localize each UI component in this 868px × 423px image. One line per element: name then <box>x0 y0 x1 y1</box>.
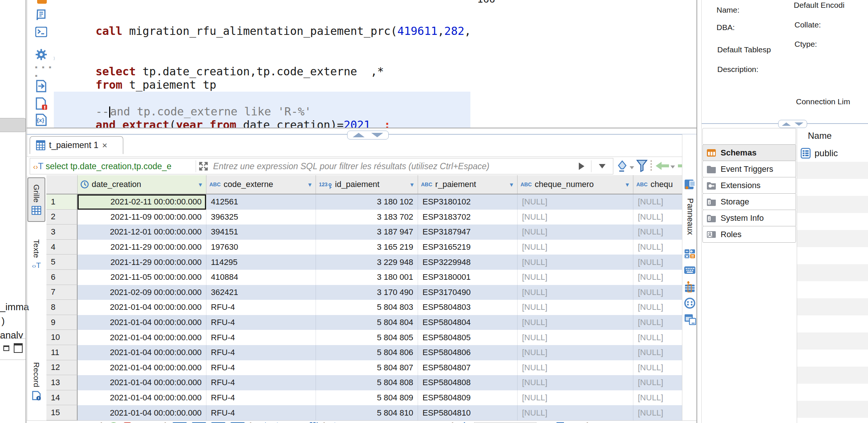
cell-code-externe[interactable]: 396325 <box>206 210 316 225</box>
column-filter-icon[interactable]: ▼ <box>409 181 415 188</box>
cell-date-creation[interactable]: 2021-01-04 00:00:00.000 <box>78 360 206 376</box>
cell-cheque-numero[interactable]: [NULL] <box>518 345 633 360</box>
cell-r-paiement[interactable]: ESP5804810 <box>418 405 518 420</box>
cell-cheque-numero[interactable]: [NULL] <box>518 375 633 390</box>
cell-date-creation[interactable]: 2021-01-04 00:00:00.000 <box>78 405 206 420</box>
cell-r-paiement[interactable]: ESP3229948 <box>418 255 518 270</box>
cell-cheque-numero[interactable]: [NULL] <box>518 330 633 345</box>
cell-cheque-2[interactable]: [NULL] <box>633 345 682 360</box>
column-filter-icon[interactable]: ▼ <box>307 181 313 188</box>
cell-cheque-2[interactable]: [NULL] <box>633 315 682 330</box>
nav-item-system-info[interactable]: System Info <box>702 210 796 226</box>
apply-filter-icon[interactable] <box>579 163 584 170</box>
cell-code-externe[interactable]: 410884 <box>206 270 316 285</box>
column-header-cheque-numero[interactable]: ABC cheque_numero ▼ <box>518 175 633 194</box>
schema-row-public[interactable]: public <box>800 148 838 159</box>
cell-cheque-2[interactable]: [NULL] <box>633 330 682 345</box>
collapse-down-icon[interactable] <box>371 133 383 137</box>
cell-r-paiement[interactable]: ESP5804804 <box>418 315 518 330</box>
cell-cheque-2[interactable]: [NULL] <box>633 360 682 376</box>
column-header-date-creation[interactable]: date_creation ▼ <box>78 175 206 194</box>
cell-r-paiement[interactable]: ESP3170490 <box>418 285 518 300</box>
cell-cheque-numero[interactable]: [NULL] <box>518 270 633 285</box>
cell-cheque-2[interactable]: [NULL] <box>633 194 682 210</box>
column-header-id-paiement[interactable]: 123 id_paiement ▼ <box>316 175 418 194</box>
cell-id-paiement[interactable]: 5 804 803 <box>316 300 418 315</box>
grid-transform-icon[interactable] <box>685 281 695 292</box>
cell-date-creation[interactable]: 2021-02-11 00:00:00.000 <box>78 194 206 210</box>
cell-date-creation[interactable]: 2021-11-05 00:00:00.000 <box>78 270 206 285</box>
filter-input[interactable]: ‹›T select tp.date_creation,tp.code_e En… <box>30 158 613 174</box>
cell-date-creation[interactable]: 2021-01-04 00:00:00.000 <box>78 390 206 406</box>
row-number-cell[interactable]: 6 <box>46 270 78 285</box>
cell-code-externe[interactable]: RFU-4 <box>206 330 316 345</box>
table-row[interactable]: 14 2021-01-04 00:00:00.000 RFU-4 5 804 8… <box>46 390 682 406</box>
nav-item-extensions[interactable]: Extensions <box>702 177 796 194</box>
table-row[interactable]: 3 2021-12-01 00:00:00.000 394151 3 187 9… <box>46 224 682 240</box>
calculator-icon[interactable] <box>685 249 695 259</box>
nav-item-roles[interactable]: Roles <box>702 226 796 243</box>
cell-r-paiement[interactable]: ESP3187947 <box>418 224 518 240</box>
window-icon[interactable] <box>14 343 23 353</box>
table-row[interactable]: 7 2021-02-09 00:00:00.000 362421 3 170 4… <box>46 285 682 300</box>
table-row[interactable]: 6 2021-11-05 00:00:00.000 410884 3 180 0… <box>46 270 682 285</box>
cell-cheque-2[interactable]: [NULL] <box>633 405 682 420</box>
cell-date-creation[interactable]: 2021-01-04 00:00:00.000 <box>78 345 206 360</box>
names-column-header[interactable]: Name <box>808 131 832 141</box>
tab-record[interactable]: Record <box>28 352 45 411</box>
cell-date-creation[interactable]: 2021-01-04 00:00:00.000 <box>78 300 206 315</box>
row-number-cell[interactable]: 8 <box>46 300 78 315</box>
cell-cheque-numero[interactable]: [NULL] <box>518 210 633 225</box>
cell-date-creation[interactable]: 2021-12-01 00:00:00.000 <box>78 224 206 240</box>
cell-id-paiement[interactable]: 3 229 948 <box>316 255 418 270</box>
table-row[interactable]: 9 2021-01-04 00:00:00.000 RFU-4 5 804 80… <box>46 315 682 330</box>
cell-code-externe[interactable]: 362421 <box>206 285 316 300</box>
cell-code-externe[interactable]: RFU-4 <box>206 405 316 420</box>
cell-r-paiement[interactable]: ESP5804809 <box>418 390 518 406</box>
cell-cheque-numero[interactable]: [NULL] <box>518 194 633 210</box>
cell-code-externe[interactable]: RFU-4 <box>206 390 316 406</box>
grid-corner-cell[interactable] <box>46 175 78 194</box>
nav-item-schemas[interactable]: Schemas <box>702 144 796 161</box>
cell-code-externe[interactable]: RFU-4 <box>206 300 316 315</box>
results-tab[interactable]: t_paiement 1 × <box>30 136 123 154</box>
cell-cheque-numero[interactable]: [NULL] <box>518 360 633 376</box>
nav-item-event-triggers[interactable]: Event Triggers <box>702 161 796 177</box>
row-number-cell[interactable]: 14 <box>46 390 78 406</box>
cell-r-paiement[interactable]: ESP3183702 <box>418 210 518 225</box>
filter-funnel-icon[interactable] <box>636 160 647 172</box>
cell-date-creation[interactable]: 2021-01-04 00:00:00.000 <box>78 315 206 330</box>
table-row[interactable]: 12 2021-01-04 00:00:00.000 RFU-4 5 804 8… <box>46 360 682 376</box>
cell-id-paiement[interactable]: 5 804 805 <box>316 330 418 345</box>
close-icon[interactable]: × <box>102 140 107 151</box>
editor-area[interactable]: 166 call migration_rfu_alimentation_paie… <box>54 0 696 128</box>
keyboard-icon[interactable] <box>684 266 695 275</box>
cell-id-paiement[interactable]: 3 187 947 <box>316 224 418 240</box>
table-row[interactable]: 11 2021-01-04 00:00:00.000 RFU-4 5 804 8… <box>46 345 682 360</box>
column-filter-icon[interactable]: ▼ <box>509 181 514 188</box>
cell-cheque-2[interactable]: [NULL] <box>633 224 682 240</box>
fold-collapse-icon[interactable]: − <box>54 55 55 62</box>
gear-icon[interactable] <box>35 48 48 61</box>
cell-r-paiement[interactable]: ESP5804806 <box>418 345 518 360</box>
row-number-cell[interactable]: 12 <box>46 360 78 376</box>
row-number-cell[interactable]: 2 <box>46 210 78 225</box>
cell-cheque-numero[interactable]: [NULL] <box>518 224 633 240</box>
cell-date-creation[interactable]: 2021-02-09 00:00:00.000 <box>78 285 206 300</box>
table-row[interactable]: 2 2021-11-09 00:00:00.000 396325 3 183 7… <box>46 210 682 225</box>
cell-cheque-2[interactable]: [NULL] <box>633 300 682 315</box>
cell-id-paiement[interactable]: 5 804 804 <box>316 315 418 330</box>
row-number-cell[interactable]: 9 <box>46 315 78 330</box>
cell-r-paiement[interactable]: ESP3180102 <box>418 194 518 210</box>
splitter-collapse-control[interactable] <box>347 131 389 140</box>
tab-grille[interactable]: Grille <box>27 177 45 222</box>
window-divider[interactable] <box>26 0 26 423</box>
window-pane-icon[interactable] <box>3 345 9 351</box>
cell-code-externe[interactable]: 394151 <box>206 224 316 240</box>
table-row[interactable]: 15 2021-01-04 00:00:00.000 RFU-4 5 804 8… <box>46 405 682 420</box>
run-script-icon[interactable] <box>36 0 48 4</box>
cell-id-paiement[interactable]: 3 165 219 <box>316 240 418 255</box>
cell-code-externe[interactable]: 114295 <box>206 255 316 270</box>
cell-cheque-2[interactable]: [NULL] <box>633 390 682 406</box>
table-row[interactable]: 1 2021-02-11 00:00:00.000 412561 3 180 1… <box>46 194 682 210</box>
